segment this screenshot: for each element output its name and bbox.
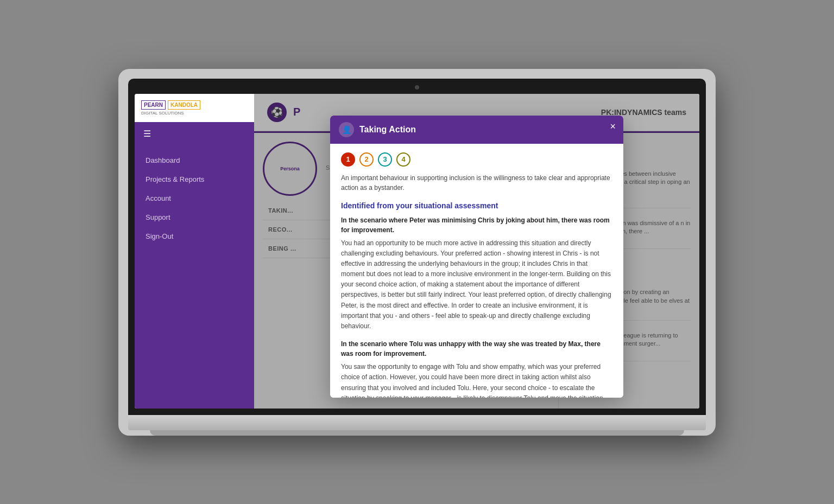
modal-header: 👤 Taking Action × bbox=[330, 116, 623, 144]
logo-area: PEARN KANDOLA DIGITAL SOLUTIONS bbox=[135, 94, 254, 122]
modal-badge-4: 4 bbox=[396, 152, 410, 167]
sidebar-item-sign-out[interactable]: Sign-Out bbox=[135, 227, 254, 246]
sidebar-item-projects-reports[interactable]: Projects & Reports bbox=[135, 170, 254, 189]
scenario2-text: You saw the opportunity to engage with T… bbox=[341, 362, 612, 397]
sidebar: PEARN KANDOLA DIGITAL SOLUTIONS ☰ Dashbo… bbox=[135, 94, 254, 409]
modal-header-icon: 👤 bbox=[339, 122, 354, 137]
modal-badge-2: 2 bbox=[359, 152, 374, 167]
sidebar-item-account[interactable]: Account bbox=[135, 189, 254, 208]
modal-overlay: 👤 Taking Action × 1 2 3 bbox=[254, 94, 699, 409]
logo-pearn: PEARN bbox=[141, 100, 166, 110]
hamburger-icon[interactable]: ☰ bbox=[135, 122, 254, 145]
laptop-camera bbox=[415, 85, 419, 90]
modal-body: 1 2 3 4 An important behaviour in suppor… bbox=[330, 144, 623, 398]
modal-close-button[interactable]: × bbox=[610, 121, 616, 132]
logo-kandola: KANDOLA bbox=[168, 100, 200, 110]
modal-badge-1: 1 bbox=[341, 152, 355, 167]
scenario1-text: You had an opportunity to be much more a… bbox=[341, 238, 612, 332]
taking-action-modal: 👤 Taking Action × 1 2 3 bbox=[330, 116, 623, 398]
modal-badges: 1 2 3 4 bbox=[341, 152, 612, 167]
sidebar-item-support[interactable]: Support bbox=[135, 208, 254, 227]
modal-intro: An important behaviour in supporting inc… bbox=[341, 173, 612, 193]
sidebar-nav: Dashboard Projects & Reports Account Sup… bbox=[135, 145, 254, 251]
laptop-foot bbox=[150, 430, 684, 436]
scenario2-bold: In the scenario where Tolu was unhappy w… bbox=[341, 339, 612, 359]
modal-badge-3: 3 bbox=[378, 152, 392, 167]
logo-digital: DIGITAL SOLUTIONS bbox=[141, 111, 248, 116]
modal-identified-title: Identified from your situational assessm… bbox=[341, 201, 612, 210]
scenario1-bold: In the scenario where Peter was minimisi… bbox=[341, 215, 612, 235]
main-content: ⚽ P PK:INDYNAMICS teams Persona bbox=[254, 94, 699, 409]
sidebar-item-dashboard[interactable]: Dashboard bbox=[135, 151, 254, 170]
modal-title: Taking Action bbox=[359, 125, 416, 135]
laptop-base bbox=[128, 415, 706, 430]
